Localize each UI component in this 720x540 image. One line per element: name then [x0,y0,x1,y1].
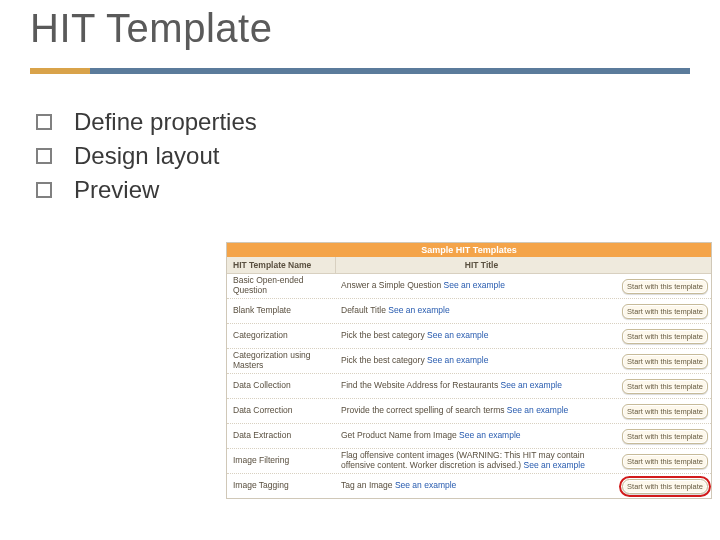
action-cell: Start with this template [619,477,711,496]
hit-title-text: Get Product Name from Image [341,430,459,440]
template-name-cell: Image Filtering [227,454,335,468]
panel-header: Sample HIT Templates [227,243,711,257]
action-cell: Start with this template [619,452,711,471]
hit-title-text: Find the Website Address for Restaurants [341,380,501,390]
list-item: Define properties [36,108,257,136]
bullet-icon [36,148,52,164]
hit-title-cell: Provide the correct spelling of search t… [335,404,619,418]
table-row: Image TaggingTag an Image See an example… [227,474,711,498]
rows-host: Basic Open-ended QuestionAnswer a Simple… [227,274,711,498]
slide-title: HIT Template [30,6,272,51]
hit-title-text: Tag an Image [341,480,395,490]
action-cell: Start with this template [619,377,711,396]
hit-title-cell: Pick the best category See an example [335,329,619,343]
bullet-list: Define properties Design layout Preview [36,108,257,210]
see-example-link[interactable]: See an example [427,330,488,340]
bullet-icon [36,114,52,130]
see-example-link[interactable]: See an example [427,355,488,365]
table-row: Blank TemplateDefault Title See an examp… [227,299,711,324]
rule-rest [90,68,690,74]
rule-accent [30,68,90,74]
table-row: Data CollectionFind the Website Address … [227,374,711,399]
template-name-cell: Categorization [227,329,335,343]
hit-title-text: Pick the best category [341,330,427,340]
hit-title-text: Provide the correct spelling of search t… [341,405,507,415]
start-with-template-button[interactable]: Start with this template [622,454,708,469]
table-row: CategorizationPick the best category See… [227,324,711,349]
action-cell: Start with this template [619,427,711,446]
hit-title-text: Answer a Simple Question [341,280,444,290]
hit-title-cell: Pick the best category See an example [335,354,619,368]
table-row: Data ExtractionGet Product Name from Ima… [227,424,711,449]
see-example-link[interactable]: See an example [444,280,505,290]
template-name-cell: Data Extraction [227,429,335,443]
start-with-template-button[interactable]: Start with this template [622,354,708,369]
see-example-link[interactable]: See an example [501,380,562,390]
bullet-icon [36,182,52,198]
start-with-template-button[interactable]: Start with this template [622,479,708,494]
bullet-text: Define properties [74,108,257,136]
start-with-template-button[interactable]: Start with this template [622,304,708,319]
template-name-cell: Data Correction [227,404,335,418]
hit-title-cell: Answer a Simple Question See an example [335,279,619,293]
bullet-text: Preview [74,176,159,204]
table-row: Image FilteringFlag offensive content im… [227,449,711,474]
col-template-name: HIT Template Name [227,257,336,273]
see-example-link[interactable]: See an example [507,405,568,415]
table-row: Categorization using MastersPick the bes… [227,349,711,374]
col-action [627,257,711,273]
hit-title-text: Default Title [341,305,388,315]
start-with-template-button[interactable]: Start with this template [622,404,708,419]
template-name-cell: Image Tagging [227,479,335,493]
see-example-link[interactable]: See an example [459,430,520,440]
hit-title-cell: Tag an Image See an example [335,479,619,493]
action-cell: Start with this template [619,302,711,321]
start-with-template-button[interactable]: Start with this template [622,279,708,294]
bullet-text: Design layout [74,142,219,170]
template-name-cell: Categorization using Masters [227,349,335,373]
see-example-link[interactable]: See an example [395,480,456,490]
table-row: Data CorrectionProvide the correct spell… [227,399,711,424]
title-rule [30,68,690,74]
column-headers: HIT Template Name HIT Title [227,257,711,274]
hit-title-cell: Find the Website Address for Restaurants… [335,379,619,393]
hit-title-cell: Flag offensive content images (WARNING: … [335,449,619,473]
see-example-link[interactable]: See an example [388,305,449,315]
action-cell: Start with this template [619,402,711,421]
start-with-template-button[interactable]: Start with this template [622,329,708,344]
template-name-cell: Basic Open-ended Question [227,274,335,298]
action-cell: Start with this template [619,352,711,371]
see-example-link[interactable]: See an example [524,460,585,470]
hit-title-cell: Get Product Name from Image See an examp… [335,429,619,443]
col-hit-title: HIT Title [336,257,627,273]
hit-title-cell: Default Title See an example [335,304,619,318]
list-item: Preview [36,176,257,204]
table-row: Basic Open-ended QuestionAnswer a Simple… [227,274,711,299]
action-cell: Start with this template [619,277,711,296]
start-with-template-button[interactable]: Start with this template [622,379,708,394]
start-with-template-button[interactable]: Start with this template [622,429,708,444]
template-name-cell: Blank Template [227,304,335,318]
hit-title-text: Pick the best category [341,355,427,365]
action-cell: Start with this template [619,327,711,346]
template-name-cell: Data Collection [227,379,335,393]
sample-templates-panel: Sample HIT Templates HIT Template Name H… [226,242,712,499]
list-item: Design layout [36,142,257,170]
